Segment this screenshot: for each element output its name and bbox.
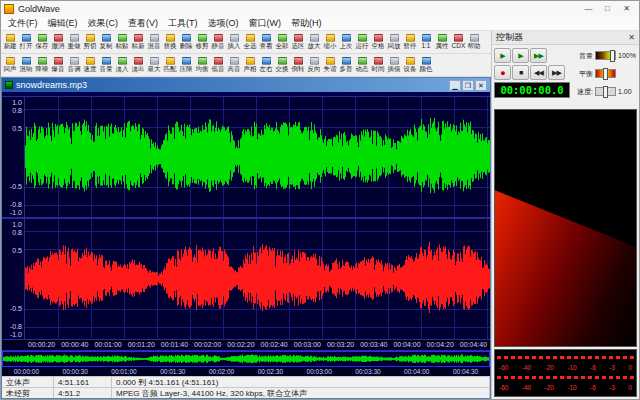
toolbar-button[interactable]: 粘贴	[114, 31, 130, 53]
toolbar-icon	[150, 57, 159, 65]
transport-button[interactable]: ▶	[494, 48, 511, 63]
status-selection-range: 0.000 到 4:51.161 (4:51.161)	[112, 377, 490, 387]
toolbar-button[interactable]: 回放	[386, 31, 402, 53]
wave-restore-button[interactable]: ❐	[462, 80, 474, 91]
toolbar-button[interactable]: 低音	[210, 54, 226, 76]
toolbar-button-label: 重做	[68, 42, 81, 49]
speed-slider[interactable]	[595, 87, 616, 96]
toolbar-button[interactable]: CDX	[450, 31, 466, 53]
toolbar-button[interactable]: 混响	[18, 54, 34, 76]
toolbar-button[interactable]: 插值	[386, 54, 402, 76]
controller-close-icon[interactable]: ✕	[628, 33, 635, 42]
toolbar-button-label: CDX	[451, 42, 465, 49]
minimize-button[interactable]: —	[579, 2, 598, 16]
wave-minimize-button[interactable]: ▁	[449, 80, 461, 91]
toolbar-button[interactable]: 选区	[290, 31, 306, 53]
toolbar-button[interactable]: 速度	[82, 54, 98, 76]
toolbar-button[interactable]: 交换	[274, 54, 290, 76]
toolbar-button[interactable]: 最大	[146, 54, 162, 76]
toolbar-button[interactable]: 保存	[34, 31, 50, 53]
toolbar-button[interactable]: 查看	[258, 31, 274, 53]
toolbar-button-label: 动态	[356, 65, 369, 72]
toolbar-button[interactable]: 静音	[210, 31, 226, 53]
toolbar-button[interactable]: 动态	[354, 54, 370, 76]
toolbar-button[interactable]: 时间	[370, 54, 386, 76]
balance-slider[interactable]	[595, 69, 616, 78]
toolbar-button[interactable]: 音量	[98, 54, 114, 76]
toolbar-button[interactable]: 撤消	[50, 31, 66, 53]
menu-item[interactable]: 帮助(H)	[286, 17, 327, 30]
speed-slider-thumb[interactable]	[603, 86, 608, 98]
wave-close-button[interactable]: ✕	[475, 80, 487, 91]
toolbar-button[interactable]: 1:1	[418, 31, 434, 53]
menu-item[interactable]: 查看(V)	[123, 17, 163, 30]
toolbar-button[interactable]: 反向	[306, 54, 322, 76]
overview-row	[2, 350, 490, 367]
toolbar-button[interactable]: 高音	[226, 54, 242, 76]
transport-button[interactable]: ●	[494, 65, 511, 80]
toolbar-button[interactable]: 全部	[274, 31, 290, 53]
toolbar-button[interactable]: 帮助	[466, 31, 482, 53]
toolbar-button[interactable]: 复制	[98, 31, 114, 53]
toolbar-button[interactable]: 混音	[146, 31, 162, 53]
transport-button[interactable]: ▶	[512, 48, 529, 63]
wave-window-titlebar[interactable]: snowdreams.mp3 ▁ ❐ ✕	[2, 78, 490, 92]
toolbar-button[interactable]: 均衡	[194, 54, 210, 76]
transport-button[interactable]: ▶▶	[530, 48, 547, 63]
overview-minimap[interactable]	[2, 351, 490, 367]
volume-slider[interactable]	[595, 51, 616, 60]
toolbar-button[interactable]: 插入	[226, 31, 242, 53]
toolbar-button[interactable]: 淡入	[114, 54, 130, 76]
menu-item[interactable]: 选项(O)	[203, 17, 244, 30]
toolbar-button[interactable]: 属性	[434, 31, 450, 53]
toolbar-button[interactable]: 爆音	[50, 54, 66, 76]
toolbar-button[interactable]: 空格	[370, 31, 386, 53]
toolbar-button[interactable]: 打开	[18, 31, 34, 53]
menu-item[interactable]: 文件(F)	[3, 17, 43, 30]
toolbar-button[interactable]: 降噪	[34, 54, 50, 76]
toolbar-button[interactable]: 淡出	[130, 54, 146, 76]
waveform-left-channel[interactable]	[25, 97, 490, 217]
toolbar-button[interactable]: 全选	[242, 31, 258, 53]
toolbar-button[interactable]: 新建	[2, 31, 18, 53]
transport-button[interactable]: ■	[512, 65, 529, 80]
toolbar-icon	[86, 34, 95, 42]
toolbar-button[interactable]: 压限	[178, 54, 194, 76]
toolbar-button[interactable]: 左右	[258, 54, 274, 76]
toolbar-icon	[310, 57, 319, 65]
toolbar-button[interactable]: 上次	[338, 31, 354, 53]
controller-titlebar[interactable]: 控制器 ✕	[492, 31, 639, 45]
menu-item[interactable]: 窗口(W)	[244, 17, 287, 30]
toolbar-button[interactable]: 声相	[242, 54, 258, 76]
toolbar-button[interactable]: 倒转	[290, 54, 306, 76]
toolbar-button[interactable]: 放大	[306, 31, 322, 53]
toolbar-button[interactable]: 失谐	[322, 54, 338, 76]
menu-item[interactable]: 工具(T)	[163, 17, 203, 30]
toolbar-button[interactable]: 剪切	[82, 31, 98, 53]
menu-item[interactable]: 编辑(E)	[43, 17, 83, 30]
toolbar-button[interactable]: 重做	[66, 31, 82, 53]
close-button[interactable]: ✕	[617, 2, 636, 16]
toolbar-button[interactable]: 替换	[162, 31, 178, 53]
toolbar-button[interactable]: 修剪	[194, 31, 210, 53]
toolbar-button[interactable]: 运行	[354, 31, 370, 53]
toolbar-button[interactable]: 粘新	[130, 31, 146, 53]
maximize-button[interactable]: □	[598, 2, 617, 16]
volume-slider-thumb[interactable]	[610, 50, 615, 62]
toolbar-button[interactable]: 多普	[338, 54, 354, 76]
transport-button[interactable]: ▶▶	[548, 65, 565, 80]
toolbar-button[interactable]: 设备	[402, 54, 418, 76]
toolbar-button[interactable]: 颜色	[418, 54, 434, 76]
toolbar-button[interactable]: 回声	[2, 54, 18, 76]
toolbar-button[interactable]: 匹配	[162, 54, 178, 76]
main-content: 新建 打开 保存 撤消	[1, 31, 639, 399]
balance-slider-thumb[interactable]	[603, 68, 608, 80]
toolbar-button[interactable]: 缩小	[322, 31, 338, 53]
waveform-right-channel[interactable]	[25, 219, 490, 339]
toolbar-button[interactable]: 暂停	[402, 31, 418, 53]
toolbar-button[interactable]: 音调	[66, 54, 82, 76]
transport-button[interactable]: ◀◀	[530, 65, 547, 80]
meter-scale-label: -6	[590, 384, 596, 391]
toolbar-button[interactable]: 删除	[178, 31, 194, 53]
menu-item[interactable]: 效果(C)	[83, 17, 124, 30]
